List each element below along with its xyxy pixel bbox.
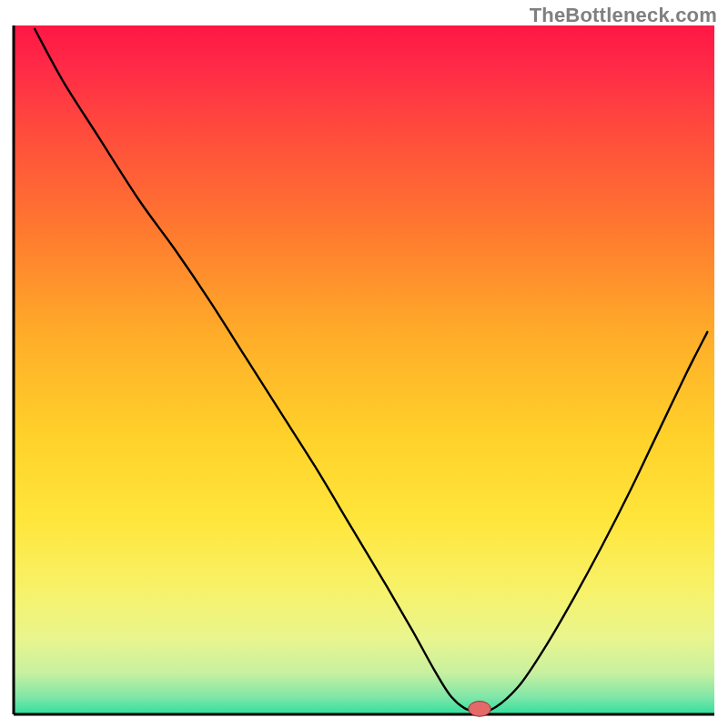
plot-background: [14, 25, 714, 714]
watermark-label: TheBottleneck.com: [530, 4, 717, 27]
bottleneck-chart: [0, 0, 728, 728]
chart-container: TheBottleneck.com: [0, 0, 728, 728]
highlight-marker: [469, 702, 491, 717]
